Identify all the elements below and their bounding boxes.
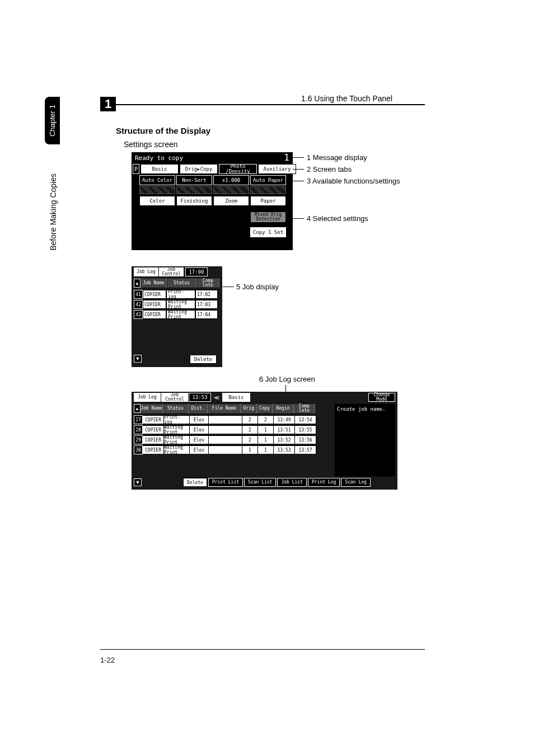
message-display: Ready to copy (135, 154, 183, 162)
job-time-cell: 17:02 (195, 290, 218, 299)
selected-copy-set[interactable]: Copy 1 Set (250, 227, 286, 237)
callout-line-1 (293, 157, 304, 158)
job-list-button[interactable]: Job List (277, 478, 307, 487)
callout-5: 5 Job display (236, 283, 279, 291)
job-time: 17:00 (185, 267, 208, 276)
func-auto-paper[interactable]: Auto Paper (250, 175, 286, 185)
job-row[interactable]: 42 COPIER Waiting Print 17:03 (134, 300, 218, 309)
top-rule (116, 104, 425, 105)
jl-copy: 1 (258, 445, 274, 454)
func-slot-4 (250, 186, 286, 194)
callout-line-4 (293, 218, 304, 219)
btn-finishing[interactable]: Finishing (176, 196, 212, 206)
btn-color[interactable]: Color (139, 196, 175, 206)
job-idx: 43 (134, 310, 143, 319)
jl-copy: 1 (258, 435, 274, 444)
tab-job-log[interactable]: Job Log (134, 267, 158, 276)
jl-name: COPIER (143, 415, 164, 424)
job-idx: 42 (134, 300, 143, 309)
tab-job-control[interactable]: Job Control (159, 267, 184, 276)
job-idx: 41 (134, 290, 143, 299)
job-row[interactable]: 43 COPIER Waiting Print 17:04 (134, 310, 218, 319)
settings-screen: Ready to copy 1 P Basic Orig►Copy Photo … (132, 152, 293, 250)
joblog-idx: 29 (134, 435, 143, 444)
jl-begin: 13:52 (274, 435, 295, 444)
hdr-status: Status (167, 279, 196, 288)
jl-dist: Elev (190, 445, 209, 454)
jl-dist: Elev (190, 435, 209, 444)
jl-copy: 2 (258, 415, 274, 424)
jl-file (209, 445, 242, 454)
print-log-button[interactable]: Print Log (308, 478, 340, 487)
jl-name: COPIER (143, 425, 164, 434)
func-slot-1 (139, 186, 175, 194)
job-name-cell: COPIER (143, 290, 166, 299)
btn-paper[interactable]: Paper (250, 196, 286, 206)
jl-comp: 13:57 (295, 445, 316, 454)
tab-auxiliary[interactable]: Auxiliary (258, 164, 296, 174)
func-zoom-ratio[interactable]: x1.000 (213, 175, 249, 185)
page-heading: Structure of the Display (116, 126, 210, 135)
bottom-rule (100, 649, 425, 650)
jl-file (209, 425, 242, 434)
hdr-job-name: Job Name (140, 404, 163, 413)
arrow-left-icon[interactable]: ≪ (212, 393, 221, 402)
scroll-up-icon[interactable]: ▲ (134, 404, 140, 413)
joblog-basic-tab[interactable]: Basic (222, 393, 250, 402)
breadcrumb: 1.6 Using the Touch Panel (301, 94, 392, 103)
jl-copy: 1 (258, 425, 274, 434)
selected-mixed-orig[interactable]: Mixed Orig Detection (250, 212, 286, 223)
func-auto-color[interactable]: Auto Color (139, 175, 175, 185)
jl-begin: 13:49 (274, 415, 295, 424)
jl-name: COPIER (143, 435, 164, 444)
scroll-up-icon[interactable]: ▲ (134, 279, 140, 288)
job-name-cell: COPIER (143, 300, 166, 309)
jl-comp: 13:56 (295, 435, 316, 444)
jl-status: Print- ing (164, 415, 190, 424)
hdr-status: Status (163, 404, 189, 413)
jl-name: COPIER (143, 445, 164, 454)
hdr-file-name: File Name (208, 404, 241, 413)
btn-zoom[interactable]: Zoom (213, 196, 249, 206)
jl-comp: 13:54 (295, 415, 316, 424)
joblog-row[interactable]: 28 COPIER Waiting Print Elev 2 1 13:51 1… (134, 425, 316, 434)
joblog-time: 13:53 (189, 393, 211, 402)
joblog-idx: 30 (134, 445, 143, 454)
scroll-down-icon[interactable]: ▼ (134, 478, 142, 486)
callout-line-5 (223, 287, 234, 287)
tab-photo-density[interactable]: Photo /Density (219, 164, 257, 174)
scan-list-button[interactable]: Scan List (244, 478, 276, 487)
tab-basic[interactable]: Basic (140, 164, 179, 174)
scroll-down-icon[interactable]: ▼ (134, 355, 142, 363)
jl-dist: Elev (190, 415, 209, 424)
jl-dist: Elev (190, 425, 209, 434)
tab-job-log[interactable]: Job Log (134, 393, 161, 402)
hdr-dist: Dist. (189, 404, 208, 413)
hdr-copy: Copy (257, 404, 273, 413)
hdr-job-name: Job Name (141, 279, 167, 288)
delete-button[interactable]: Delete (190, 355, 217, 364)
func-non-sort[interactable]: Non-Sort (176, 175, 212, 185)
job-status-cell: Waiting Print (166, 310, 195, 319)
job-row[interactable]: 41 COPIER Print- ing 17:02 (134, 290, 218, 299)
jl-status: Waiting Print (164, 435, 190, 444)
tab-job-control[interactable]: Job Control (161, 393, 188, 402)
func-slot-2 (176, 186, 212, 194)
scan-log-button[interactable]: Scan Log (341, 478, 371, 487)
callout-3: 3 Available functions/settings (307, 177, 400, 185)
hdr-begin: Begin (273, 404, 294, 413)
joblog-row[interactable]: 29 COPIER Waiting Print Elev 2 1 13:52 1… (134, 435, 316, 444)
job-display: Job Log Job Control 17:00 ▲ Job Name Sta… (132, 266, 222, 367)
page-subheading: Settings screen (124, 140, 178, 149)
joblog-row[interactable]: 30 COPIER Waiting Print Elev 1 1 13:53 1… (134, 445, 316, 454)
joblog-row[interactable]: 27 COPIER Print- ing Elev 2 2 13:49 13:5… (134, 415, 316, 424)
tab-orig-copy[interactable]: Orig►Copy (180, 164, 218, 174)
change-mode-button[interactable]: Change Mode (368, 393, 395, 402)
jl-comp: 13:55 (295, 425, 316, 434)
callout-4: 4 Selected settings (307, 214, 368, 223)
jl-begin: 13:51 (274, 425, 295, 434)
delete-button[interactable]: Delete (183, 478, 207, 487)
callout-2: 2 Screen tabs (307, 165, 352, 173)
p-indicator: P (133, 164, 139, 174)
print-list-button[interactable]: Print List (208, 478, 243, 487)
